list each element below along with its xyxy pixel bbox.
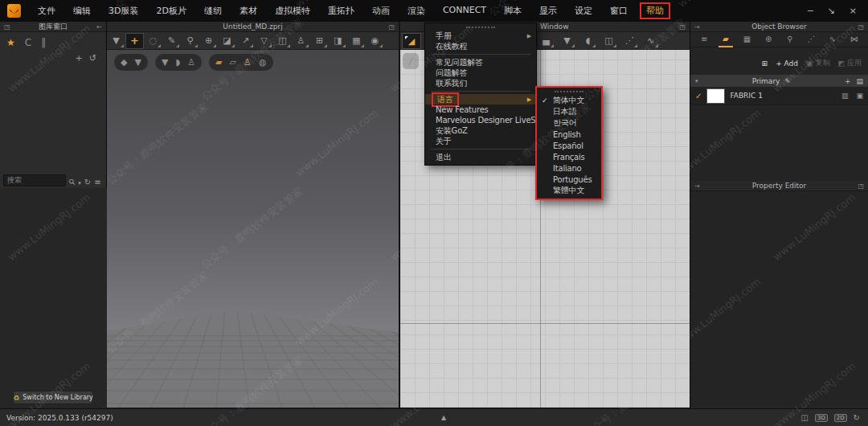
menubar-item-2D板片[interactable]: 2D板片 bbox=[147, 2, 194, 19]
move-gizmo-icon[interactable]: + bbox=[125, 33, 144, 49]
help-menu-item-语言[interactable]: 语言▶ bbox=[425, 94, 536, 104]
help-menu-item-安装GoZ[interactable]: 安装GoZ bbox=[425, 125, 536, 136]
pin-tool-icon[interactable]: ⚲ bbox=[181, 33, 199, 49]
badge-3d[interactable]: 3D bbox=[815, 414, 828, 422]
refresh-icon[interactable]: ↻ bbox=[84, 178, 91, 186]
add-button[interactable]: + Add bbox=[776, 59, 798, 68]
help-menu-item-Marvelous Designer LiveSync[interactable]: Marvelous Designer LiveSync bbox=[425, 115, 536, 125]
menubar-item-设定[interactable]: 设定 bbox=[566, 2, 601, 19]
wheel-tool-icon[interactable]: ◉ bbox=[366, 33, 384, 49]
favorites-star-icon[interactable]: ★ bbox=[6, 37, 15, 48]
add-group-icon[interactable]: + bbox=[845, 77, 851, 85]
history-icon[interactable]: ↺ bbox=[89, 53, 96, 63]
garment-tool-icon[interactable]: ▽ bbox=[255, 33, 273, 49]
search-filter-caret-icon[interactable]: ▾ bbox=[78, 180, 81, 186]
help-menu-item-手册[interactable]: 手册▶ bbox=[425, 31, 536, 41]
language-item-简体中文[interactable]: ✓简体中文 bbox=[537, 95, 601, 106]
scene-list-tab-icon[interactable]: ≡ bbox=[694, 32, 715, 47]
help-menu-item-New Features[interactable]: New Features bbox=[425, 104, 536, 115]
fold-arrangement-icon[interactable]: ◪ bbox=[218, 33, 236, 49]
fabric-tab-icon[interactable]: ▰ bbox=[715, 32, 737, 47]
copy-button[interactable]: ▣复制 bbox=[806, 58, 830, 68]
menubar-item-显示[interactable]: 显示 bbox=[530, 2, 566, 19]
language-item-Italiano[interactable]: Italiano bbox=[537, 162, 601, 174]
topstitch-tab-icon[interactable]: ⚲ bbox=[780, 32, 801, 47]
show-accessory-icon[interactable]: ◗ bbox=[175, 57, 180, 68]
fabric-texture-icon[interactable]: ▰ bbox=[215, 57, 222, 68]
language-item-日本語[interactable]: 日本語 bbox=[537, 106, 601, 117]
close-button[interactable]: × bbox=[850, 6, 857, 16]
pleats-icon[interactable]: ◫ bbox=[600, 33, 618, 49]
seamline-icon[interactable]: ⋰ bbox=[620, 33, 639, 49]
language-item-Español[interactable]: Español bbox=[537, 140, 601, 151]
language-item-한국어[interactable]: 한국어 bbox=[537, 117, 601, 129]
collapse-right-icon[interactable]: → bbox=[690, 23, 704, 31]
arrangement-icon[interactable]: ▼ bbox=[107, 33, 125, 49]
menubar-item-CONNECT[interactable]: CONNECT bbox=[434, 2, 495, 19]
collapse-left-icon[interactable]: ← bbox=[92, 23, 106, 31]
menubar-item-素材[interactable]: 素材 bbox=[231, 2, 266, 19]
add-library-icon[interactable]: + bbox=[76, 53, 83, 63]
iron-icon[interactable]: ▄ bbox=[537, 33, 555, 49]
badge-2d[interactable]: 2D bbox=[834, 414, 847, 422]
help-menu-item-退出[interactable]: 退出 bbox=[425, 152, 536, 162]
help-menu-item-问题解答[interactable]: 问题解答 bbox=[425, 68, 536, 78]
menubar-item-编辑[interactable]: 编辑 bbox=[64, 2, 100, 19]
restore-button[interactable]: ↘ bbox=[828, 6, 835, 16]
language-item-Français[interactable]: Français bbox=[537, 151, 601, 162]
avatar-skin-icon[interactable]: ♙ bbox=[244, 57, 252, 68]
fabric-group-row[interactable]: ▾ Primary ✎ + ▤ bbox=[690, 75, 868, 87]
menu-grip-handle[interactable] bbox=[555, 91, 583, 92]
measure-tool-icon[interactable]: ◨ bbox=[329, 33, 347, 49]
detach-icon[interactable]: ◳ bbox=[854, 23, 868, 31]
help-menu-item-常见问题解答[interactable]: 常见问题解答 bbox=[425, 57, 536, 68]
collapse-right-icon[interactable]: → bbox=[690, 182, 704, 190]
fabric-swatch[interactable] bbox=[706, 88, 725, 104]
menu-grip-handle[interactable] bbox=[466, 27, 495, 28]
pattern-tab-icon[interactable]: ▦ bbox=[736, 32, 758, 47]
folder-icon[interactable]: ▤ bbox=[856, 77, 863, 85]
sync-icon[interactable]: ↻ bbox=[854, 413, 860, 422]
detach-icon[interactable]: ◳ bbox=[854, 182, 868, 190]
list-view-icon[interactable]: ≡ bbox=[94, 178, 100, 186]
language-item-繁體中文[interactable]: 繁體中文 bbox=[537, 185, 601, 196]
pen-3d-icon[interactable]: ↗ bbox=[236, 33, 255, 49]
transform-pattern-icon[interactable]: ◢ bbox=[402, 33, 421, 49]
show-avatar-icon[interactable]: ♙ bbox=[187, 57, 195, 68]
detach-icon[interactable]: ◳ bbox=[384, 23, 399, 31]
search-icon[interactable]: ⚲ bbox=[67, 177, 77, 187]
lasso-select-icon[interactable]: ◌ bbox=[144, 33, 162, 49]
menubar-item-重拓扑[interactable]: 重拓扑 bbox=[319, 2, 363, 19]
fabric-list-item[interactable]: ✓FABRIC 1▥▣ bbox=[690, 87, 868, 105]
avatar-tool-icon[interactable]: ♙ bbox=[292, 33, 310, 49]
viewport-3d-canvas[interactable]: ◆▼▼◗♙▰▱♙◍ bbox=[107, 50, 399, 408]
paused-library-icon[interactable]: ‖ bbox=[41, 37, 46, 48]
texture-slot-icon[interactable]: ▥ bbox=[841, 92, 849, 100]
menubar-item-文件[interactable]: 文件 bbox=[29, 2, 64, 19]
minimize-button[interactable]: ─ bbox=[808, 6, 813, 16]
apply-button[interactable]: ◩应用 bbox=[837, 58, 862, 68]
menubar-item-帮助[interactable]: 帮助 bbox=[640, 2, 670, 19]
detach-icon[interactable]: ◳ bbox=[675, 23, 690, 31]
language-item-Português[interactable]: Português bbox=[537, 174, 601, 185]
menubar-item-缝纫[interactable]: 缝纫 bbox=[195, 2, 231, 19]
duplicate-icon[interactable]: ▣ bbox=[856, 92, 863, 100]
zigzag-stitch-icon[interactable]: ∿ bbox=[641, 33, 660, 49]
tack-tool-icon[interactable]: ▦ bbox=[347, 33, 366, 49]
sewing-tool-icon[interactable]: ⊕ bbox=[199, 33, 218, 49]
language-item-English[interactable]: English bbox=[537, 129, 601, 140]
menubar-item-脚本[interactable]: 脚本 bbox=[495, 2, 530, 19]
connect-library-icon[interactable]: C bbox=[25, 37, 31, 48]
layout-split-icon[interactable]: ◫ bbox=[800, 413, 808, 422]
solidify-icon[interactable]: ◫ bbox=[273, 33, 292, 49]
steam-icon[interactable]: ◖ bbox=[579, 33, 597, 49]
search-input[interactable]: 搜索 bbox=[3, 174, 66, 186]
include-check-icon[interactable]: ✓ bbox=[695, 92, 702, 100]
zoom-overlay-icon[interactable]: ╱ bbox=[403, 53, 419, 69]
menubar-item-窗口[interactable]: 窗口 bbox=[601, 2, 637, 19]
show-3d-cube-icon[interactable]: ◆ bbox=[121, 57, 127, 68]
brush-tool-icon[interactable]: ✎ bbox=[162, 33, 181, 49]
wireframe-globe-icon[interactable]: ◍ bbox=[259, 57, 267, 68]
help-menu-item-在线教程[interactable]: 在线教程 bbox=[425, 41, 536, 51]
help-menu-item-联系我们[interactable]: 联系我们 bbox=[425, 78, 536, 88]
